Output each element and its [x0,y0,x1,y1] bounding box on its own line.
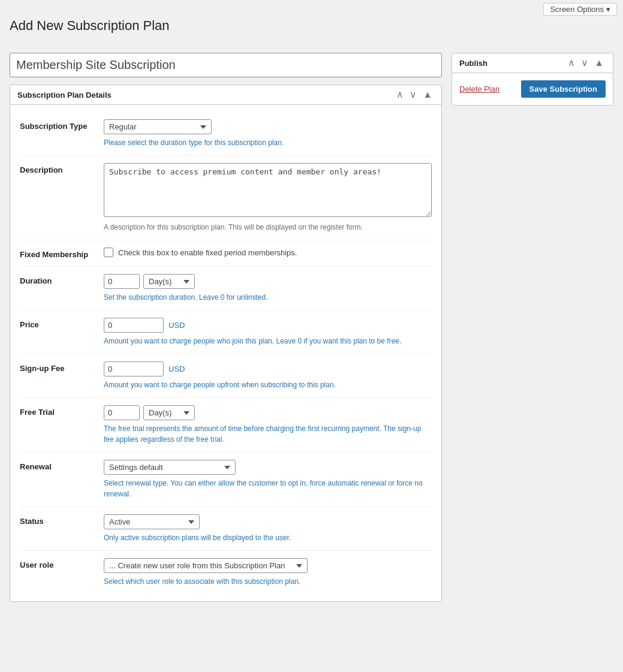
fixed-membership-field: Check this box to enable fixed period me… [104,248,432,257]
subscription-type-help: Please select the duration type for this… [104,137,432,148]
subscription-details-metabox: Subscription Plan Details ∧ ∨ ▲ Subscrip… [10,85,442,602]
fixed-membership-checkbox-row: Check this box to enable fixed period me… [104,248,432,257]
page-title: Add New Subscription Plan [10,18,613,34]
metabox-title: Subscription Plan Details [17,91,112,100]
user-role-row: User role ... Create new user role from … [20,551,432,594]
price-help: Amount you want to charge people who joi… [104,336,432,346]
signup-fee-number-input[interactable] [104,361,164,376]
status-field: Active Inactive Only active subscription… [104,514,432,543]
signup-fee-currency-label: USD [168,364,185,373]
renewal-help: Select renewal type. You can either allo… [104,478,432,499]
description-row: Description Subscribe to access premium … [20,156,432,240]
signup-fee-input-row: USD [104,361,432,376]
renewal-row: Renewal Settings default Allow opt-in Fo… [20,453,432,507]
duration-row: Duration Day(s) Week(s) Month(s) Year(s)… [20,267,432,311]
price-field: USD Amount you want to charge people who… [104,318,432,346]
duration-input-row: Day(s) Week(s) Month(s) Year(s) [104,274,432,289]
save-subscription-button[interactable]: Save Subscription [521,80,606,98]
chevron-down-icon: ▾ [606,5,610,14]
metabox-collapse-up-button[interactable]: ∧ [395,90,405,100]
free-trial-number-input[interactable] [104,405,140,420]
signup-fee-help: Amount you want to charge people upfront… [104,379,432,390]
subscription-type-label: Subscription Type [20,119,104,131]
renewal-select[interactable]: Settings default Allow opt-in Force auto… [104,460,236,475]
plan-title-input[interactable] [10,53,442,77]
price-currency-label: USD [168,321,185,330]
duration-help: Set the subscription duration. Leave 0 f… [104,292,432,303]
free-trial-field: Day(s) Week(s) Month(s) Year(s) The free… [104,405,432,445]
delete-plan-link[interactable]: Delete Plan [459,85,499,94]
publish-collapse-up-button[interactable]: ∧ [566,58,577,68]
signup-fee-row: Sign-up Fee USD Amount you want to charg… [20,354,432,398]
fixed-membership-label: Fixed Membership [20,248,104,259]
publish-toggle-button[interactable]: ▲ [592,58,606,68]
renewal-label: Renewal [20,460,104,471]
renewal-field: Settings default Allow opt-in Force auto… [104,460,432,499]
subscription-type-select[interactable]: Regular Sequential Drip [104,119,212,134]
user-role-field: ... Create new user role from this Subsc… [104,558,432,587]
user-role-help: Select which user role to associate with… [104,576,432,587]
fixed-membership-checkbox[interactable] [104,248,113,257]
publish-metabox: Publish ∧ ∨ ▲ Delete Plan Save Subscript… [452,53,613,106]
duration-field: Day(s) Week(s) Month(s) Year(s) Set the … [104,274,432,303]
fixed-membership-row: Fixed Membership Check this box to enabl… [20,240,432,267]
duration-unit-select[interactable]: Day(s) Week(s) Month(s) Year(s) [143,274,195,289]
publish-title: Publish [459,59,487,68]
price-row: Price USD Amount you want to charge peop… [20,311,432,354]
free-trial-row: Free Trial Day(s) Week(s) Month(s) Year(… [20,398,432,453]
fixed-membership-checkbox-label: Check this box to enable fixed period me… [118,248,297,257]
price-label: Price [20,318,104,329]
free-trial-input-row: Day(s) Week(s) Month(s) Year(s) [104,405,432,420]
publish-header: Publish ∧ ∨ ▲ [452,53,613,73]
status-help: Only active subscription plans will be d… [104,532,432,543]
publish-body: Delete Plan Save Subscription [452,73,613,105]
subscription-type-row: Subscription Type Regular Sequential Dri… [20,112,432,156]
status-select[interactable]: Active Inactive [104,514,200,529]
user-role-label: User role [20,558,104,569]
description-field: Subscribe to access premium content and … [104,163,432,233]
free-trial-help: The free trial represents the amount of … [104,423,432,445]
publish-controls: ∧ ∨ ▲ [566,58,606,68]
user-role-select[interactable]: ... Create new user role from this Subsc… [104,558,308,573]
metabox-controls: ∧ ∨ ▲ [395,90,434,100]
signup-fee-field: USD Amount you want to charge people upf… [104,361,432,390]
price-input-row: USD [104,318,432,333]
duration-label: Duration [20,274,104,285]
free-trial-label: Free Trial [20,405,104,417]
metabox-body: Subscription Type Regular Sequential Dri… [10,105,441,601]
screen-options-label: Screen Options [550,5,604,14]
publish-collapse-down-button[interactable]: ∨ [579,58,590,68]
metabox-collapse-down-button[interactable]: ∨ [408,90,419,100]
status-row: Status Active Inactive Only active subsc… [20,507,432,551]
description-help: A description for this subscription plan… [104,222,432,233]
screen-options-button[interactable]: Screen Options ▾ [543,3,617,16]
price-number-input[interactable] [104,318,164,333]
description-label: Description [20,163,104,174]
description-textarea[interactable]: Subscribe to access premium content and … [104,163,432,217]
free-trial-unit-select[interactable]: Day(s) Week(s) Month(s) Year(s) [143,405,195,420]
subscription-type-field: Regular Sequential Drip Please select th… [104,119,432,148]
metabox-toggle-button[interactable]: ▲ [421,90,434,100]
metabox-header: Subscription Plan Details ∧ ∨ ▲ [10,85,441,105]
duration-number-input[interactable] [104,274,140,289]
status-label: Status [20,514,104,526]
signup-fee-label: Sign-up Fee [20,361,104,373]
